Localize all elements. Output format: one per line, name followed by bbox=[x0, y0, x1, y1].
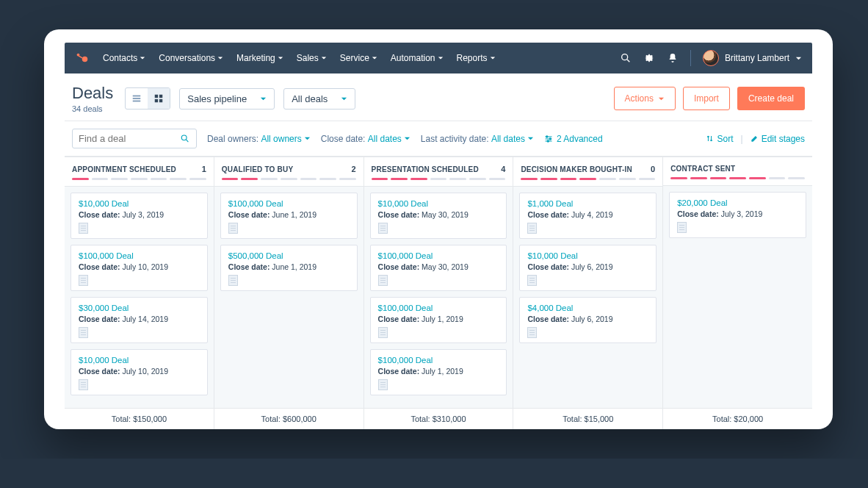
stage-progress bbox=[670, 177, 805, 179]
caret-down-icon bbox=[527, 135, 534, 142]
edit-stages-button[interactable]: Edit stages bbox=[751, 134, 805, 144]
create-deal-button[interactable]: Create deal bbox=[737, 87, 805, 110]
nav-item[interactable]: Sales bbox=[292, 50, 331, 66]
nav-item[interactable]: Service bbox=[336, 50, 382, 66]
column-body[interactable]: $10,000 Deal Close date: July 3, 2019 $1… bbox=[65, 187, 214, 408]
deal-card[interactable]: $500,000 Deal Close date: June 1, 2019 bbox=[220, 245, 358, 291]
deal-card[interactable]: $100,000 Deal Close date: July 1, 2019 bbox=[370, 297, 507, 343]
svg-point-18 bbox=[549, 137, 551, 139]
gear-icon[interactable] bbox=[643, 52, 655, 64]
stage-progress bbox=[372, 178, 506, 180]
column-total: Total: $600,000 bbox=[214, 408, 364, 429]
chevron-down-icon bbox=[140, 55, 145, 61]
deal-close-date: Close date: July 4, 2019 bbox=[527, 210, 648, 219]
deal-card[interactable]: $10,000 Deal Close date: May 30, 2019 bbox=[370, 193, 507, 239]
sort-icon bbox=[706, 134, 714, 143]
sort-button[interactable]: Sort bbox=[706, 134, 733, 144]
chevron-down-icon bbox=[490, 55, 496, 61]
column-count: 4 bbox=[501, 165, 505, 173]
user-menu[interactable]: Brittany Lambert bbox=[703, 50, 802, 66]
deal-card[interactable]: $10,000 Deal Close date: July 6, 2019 bbox=[519, 245, 657, 291]
svg-rect-2 bbox=[79, 55, 83, 58]
deal-close-date: Close date: July 10, 2019 bbox=[79, 367, 200, 376]
deal-card[interactable]: $100,000 Deal Close date: June 1, 2019 bbox=[220, 193, 358, 239]
deal-card[interactable]: $10,000 Deal Close date: July 10, 2019 bbox=[70, 349, 208, 395]
activity-filter[interactable]: All dates bbox=[491, 134, 534, 144]
column-total: Total: $15,000 bbox=[513, 408, 662, 429]
deal-close-date: Close date: May 30, 2019 bbox=[378, 262, 499, 271]
caret-down-icon bbox=[658, 96, 665, 102]
document-icon bbox=[677, 222, 687, 233]
chevron-down-icon bbox=[372, 55, 377, 61]
user-name: Brittany Lambert bbox=[725, 53, 789, 63]
chevron-down-icon bbox=[795, 55, 802, 62]
list-icon bbox=[131, 93, 142, 104]
svg-point-3 bbox=[622, 54, 628, 60]
document-icon bbox=[79, 275, 88, 286]
column-body[interactable]: $100,000 Deal Close date: June 1, 2019 $… bbox=[214, 187, 364, 408]
owner-filter-label: Deal owners: bbox=[207, 134, 258, 144]
deal-card[interactable]: $20,000 Deal Close date: July 3, 2019 bbox=[669, 192, 806, 238]
column-header: APPOINTMENT SCHEDULED 1 bbox=[65, 157, 214, 187]
board-view-button[interactable] bbox=[148, 88, 170, 109]
column-body[interactable]: $10,000 Deal Close date: May 30, 2019 $1… bbox=[364, 187, 513, 408]
column-total: Total: $20,000 bbox=[663, 408, 812, 429]
svg-point-17 bbox=[546, 135, 548, 137]
import-button[interactable]: Import bbox=[683, 87, 730, 110]
deal-title: $500,000 Deal bbox=[228, 251, 350, 260]
document-icon bbox=[79, 379, 88, 390]
column-body[interactable]: $1,000 Deal Close date: July 4, 2019 $10… bbox=[513, 187, 662, 408]
list-view-button[interactable] bbox=[126, 88, 148, 109]
deal-card[interactable]: $100,000 Deal Close date: July 10, 2019 bbox=[70, 245, 208, 291]
column-total: Total: $150,000 bbox=[65, 408, 214, 429]
top-nav: ContactsConversationsMarketingSalesServi… bbox=[65, 43, 812, 73]
nav-item[interactable]: Contacts bbox=[98, 50, 150, 66]
avatar bbox=[703, 50, 719, 66]
nav-item[interactable]: Conversations bbox=[154, 50, 228, 66]
pipeline-select[interactable]: Sales pipeline bbox=[179, 88, 275, 110]
search-box[interactable] bbox=[72, 129, 197, 148]
nav-item[interactable]: Reports bbox=[452, 50, 500, 66]
bell-icon[interactable] bbox=[667, 52, 679, 64]
view-toggle bbox=[125, 87, 170, 110]
scope-select[interactable]: All deals bbox=[283, 88, 355, 110]
svg-line-13 bbox=[187, 140, 189, 142]
deal-card[interactable]: $1,000 Deal Close date: July 4, 2019 bbox=[519, 193, 657, 239]
deal-close-date: Close date: July 6, 2019 bbox=[527, 262, 648, 271]
document-icon bbox=[378, 327, 388, 338]
document-icon bbox=[527, 327, 537, 338]
page-header: Deals 34 deals Sales pipeline All deals … bbox=[65, 73, 812, 121]
pipeline-column: PRESENTATION SCHEDULED 4 $10,000 Deal Cl… bbox=[364, 157, 514, 429]
nav-item[interactable]: Marketing bbox=[232, 50, 288, 66]
column-title: CONTRACT SENT bbox=[670, 165, 735, 173]
column-count: 0 bbox=[651, 165, 655, 173]
deal-card[interactable]: $4,000 Deal Close date: July 6, 2019 bbox=[519, 297, 657, 343]
deal-card[interactable]: $100,000 Deal Close date: May 30, 2019 bbox=[370, 245, 507, 291]
deal-title: $1,000 Deal bbox=[527, 199, 648, 208]
activity-filter-label: Last activity date: bbox=[421, 134, 489, 144]
caret-down-icon bbox=[341, 96, 347, 102]
pipeline-column: DECISION MAKER BOUGHT-IN 0 $1,000 Deal C… bbox=[513, 157, 663, 429]
page-title: Deals bbox=[72, 84, 113, 103]
deal-close-date: Close date: May 30, 2019 bbox=[378, 210, 499, 219]
deal-title: $20,000 Deal bbox=[677, 198, 798, 207]
deal-close-date: Close date: July 10, 2019 bbox=[79, 262, 200, 271]
nav-item[interactable]: Automation bbox=[386, 50, 448, 66]
search-input[interactable] bbox=[79, 133, 180, 144]
deal-card[interactable]: $30,000 Deal Close date: July 14, 2019 bbox=[70, 297, 208, 343]
column-body[interactable]: $20,000 Deal Close date: July 3, 2019 bbox=[663, 186, 812, 408]
deal-card[interactable]: $10,000 Deal Close date: July 3, 2019 bbox=[70, 193, 208, 239]
deal-title: $100,000 Deal bbox=[79, 251, 200, 260]
close-date-filter[interactable]: All dates bbox=[368, 134, 411, 144]
advanced-filters[interactable]: 2 Advanced bbox=[544, 134, 603, 144]
document-icon bbox=[228, 275, 238, 286]
svg-rect-5 bbox=[133, 96, 141, 97]
pipeline-board: APPOINTMENT SCHEDULED 1 $10,000 Deal Clo… bbox=[65, 157, 812, 429]
search-icon[interactable] bbox=[620, 52, 632, 64]
actions-button[interactable]: Actions bbox=[614, 87, 676, 110]
caret-down-icon bbox=[404, 135, 411, 142]
deal-card[interactable]: $100,000 Deal Close date: July 1, 2019 bbox=[370, 349, 507, 395]
owner-filter[interactable]: All owners bbox=[261, 134, 310, 144]
deal-title: $10,000 Deal bbox=[378, 199, 499, 208]
stage-progress bbox=[222, 178, 356, 180]
